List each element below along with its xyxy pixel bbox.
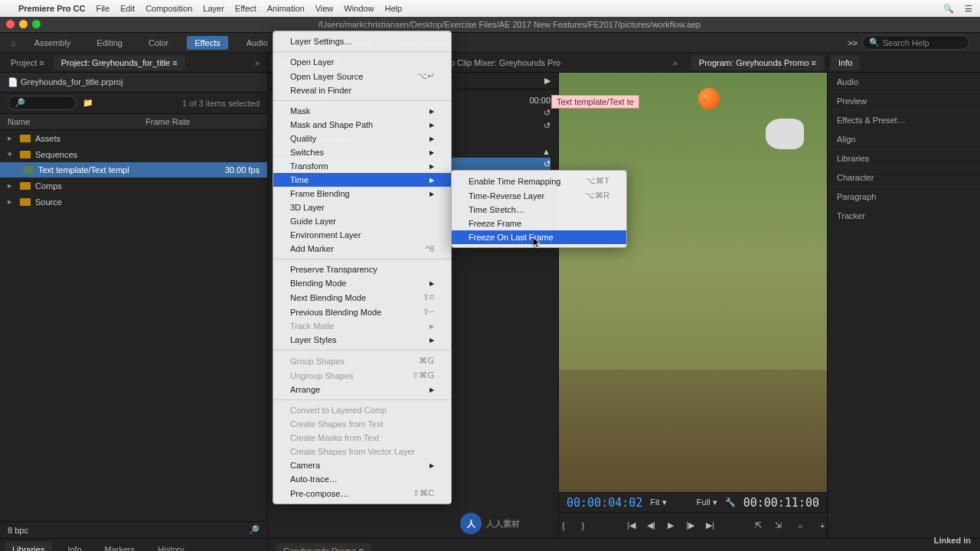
- menu-file[interactable]: File: [96, 4, 109, 13]
- menu-edit[interactable]: Edit: [120, 4, 135, 13]
- mark-in-icon[interactable]: {: [559, 518, 568, 533]
- folder-icon: [20, 151, 31, 158]
- menu-help[interactable]: Help: [384, 4, 402, 13]
- ws-more[interactable]: >>: [848, 38, 858, 47]
- ctx-precompose[interactable]: Pre-compose…⇧⌘C: [273, 486, 451, 500]
- ctx-add-marker[interactable]: Add Marker^8: [273, 242, 451, 256]
- ws-color[interactable]: Color: [141, 36, 176, 50]
- ctx-transform[interactable]: Transform: [273, 159, 451, 173]
- panel-align[interactable]: Align: [828, 130, 980, 149]
- ctx-freeze-last[interactable]: Freeze On Last Frame: [452, 230, 626, 244]
- tab-info[interactable]: Info: [831, 55, 860, 70]
- ctx-next-blend[interactable]: Next Blending Mode⇧=: [273, 290, 451, 305]
- panel-effects-presets[interactable]: Effects & Preset…: [828, 111, 980, 130]
- spotlight-icon[interactable]: 🔍: [943, 4, 954, 14]
- ctx-3d-layer[interactable]: 3D Layer: [273, 201, 451, 214]
- bpc-indicator[interactable]: 8 bpc: [8, 526, 28, 535]
- more-transport-icon[interactable]: »: [793, 521, 807, 530]
- panel-character[interactable]: Character: [828, 168, 980, 187]
- ctx-preserve-trans[interactable]: Preserve Transparency: [273, 262, 451, 276]
- go-start-icon[interactable]: |◀: [627, 518, 636, 533]
- panel-libraries[interactable]: Libraries: [828, 149, 980, 168]
- ctx-time-stretch[interactable]: Time Stretch…: [452, 203, 626, 217]
- ctx-open-layer[interactable]: Open Layer: [273, 55, 451, 69]
- ctx-guide-layer[interactable]: Guide Layer: [273, 214, 451, 228]
- panel-audio[interactable]: Audio: [828, 73, 980, 92]
- ctx-open-source[interactable]: Open Layer Source⌥↵: [273, 69, 451, 83]
- fit-dropdown[interactable]: Fit ▾: [650, 497, 666, 507]
- col-name[interactable]: Name: [8, 117, 145, 126]
- step-fwd-icon[interactable]: |▶: [686, 518, 695, 533]
- tab-history[interactable]: History: [150, 542, 191, 551]
- menu-composition[interactable]: Composition: [145, 4, 192, 13]
- extract-icon[interactable]: ⇲: [773, 518, 782, 533]
- lift-icon[interactable]: ⇱: [754, 518, 763, 533]
- ws-editing[interactable]: Editing: [89, 36, 130, 50]
- panel-preview[interactable]: Preview: [828, 92, 980, 111]
- project-row-assets[interactable]: ▸Assets: [0, 130, 267, 146]
- ctx-layer-styles[interactable]: Layer Styles: [273, 333, 451, 347]
- col-framerate[interactable]: Frame Rate: [145, 117, 260, 126]
- ctx-auto-trace[interactable]: Auto-trace…: [273, 472, 451, 486]
- menu-effect[interactable]: Effect: [235, 4, 256, 13]
- menu-layer[interactable]: Layer: [203, 4, 224, 13]
- close-window-icon[interactable]: [6, 20, 15, 28]
- menu-list-icon[interactable]: ☰: [965, 4, 972, 14]
- ws-effects[interactable]: Effects: [187, 36, 227, 50]
- ctx-freeze[interactable]: Freeze Frame: [452, 217, 626, 230]
- wrench-icon[interactable]: 🔧: [725, 497, 736, 507]
- panel-menu-icon[interactable]: »: [668, 58, 682, 67]
- ctx-frame-blending[interactable]: Frame Blending: [273, 187, 451, 201]
- ctx-mask-shape[interactable]: Mask and Shape Path: [273, 118, 451, 132]
- menu-view[interactable]: View: [315, 4, 334, 13]
- help-search[interactable]: 🔍 Search Help: [862, 35, 969, 50]
- home-icon[interactable]: ⌂: [11, 38, 16, 47]
- project-row-comps[interactable]: ▸Comps: [0, 178, 267, 194]
- tab-program[interactable]: Program: Greyhounds Promo ≡: [691, 55, 824, 70]
- tab-markers[interactable]: Markers: [97, 542, 143, 551]
- ws-assembly[interactable]: Assembly: [27, 36, 79, 50]
- add-button-icon[interactable]: +: [818, 518, 827, 533]
- ctx-enable-remap[interactable]: Enable Time Remapping⌥⌘T: [452, 174, 626, 188]
- ctx-time-reverse[interactable]: Time-Reverse Layer⌥⌘R: [452, 188, 626, 203]
- ctx-camera[interactable]: Camera: [273, 458, 451, 472]
- ctx-layer-settings[interactable]: Layer Settings…: [273, 34, 451, 48]
- tab-project[interactable]: Project ≡: [3, 55, 52, 70]
- minimize-window-icon[interactable]: [19, 20, 28, 28]
- ctx-blending[interactable]: Blending Mode: [273, 276, 451, 290]
- panel-paragraph[interactable]: Paragraph: [828, 187, 980, 207]
- go-end-icon[interactable]: ▶|: [706, 518, 715, 533]
- mark-out-icon[interactable]: }: [579, 518, 588, 533]
- bin-icon[interactable]: 📁: [83, 98, 93, 108]
- ctx-arrange[interactable]: Arrange: [273, 383, 451, 396]
- menu-window[interactable]: Window: [344, 4, 374, 13]
- panel-menu-icon[interactable]: »: [250, 58, 264, 67]
- tab-project-greyhounds[interactable]: Project: Greyhounds_for_title ≡: [54, 55, 185, 70]
- project-search[interactable]: 🔎: [8, 96, 77, 110]
- ctx-prev-blend[interactable]: Previous Blending Mode⇧−: [273, 305, 451, 319]
- tab-libraries[interactable]: Libraries: [5, 542, 52, 551]
- ctx-switches[interactable]: Switches: [273, 145, 451, 159]
- tab-info2[interactable]: Info: [60, 542, 89, 551]
- play-icon[interactable]: ▶: [666, 518, 675, 533]
- ctx-mask[interactable]: Mask: [273, 104, 451, 118]
- project-row-sequences[interactable]: ▾Sequences: [0, 146, 267, 162]
- program-tc-current[interactable]: 00:00:04:02: [567, 496, 642, 510]
- zoom-window-icon[interactable]: [32, 20, 41, 28]
- workspace-bar: ⌂ Assembly Editing Color Effects Audio T…: [0, 33, 980, 53]
- ctx-quality[interactable]: Quality: [273, 132, 451, 145]
- full-dropdown[interactable]: Full ▾: [697, 497, 717, 507]
- tab-sequence[interactable]: Greyhounds Promo ≡: [276, 543, 371, 551]
- ctx-track-matte[interactable]: Track Matte: [273, 319, 451, 333]
- ctx-env-layer[interactable]: Environment Layer: [273, 228, 451, 242]
- app-name[interactable]: Premiere Pro CC: [18, 4, 85, 13]
- menu-animation[interactable]: Animation: [267, 4, 305, 13]
- panel-tracker[interactable]: Tracker: [828, 207, 980, 226]
- project-row-text-template[interactable]: Text template/Text templ30.00 fps: [0, 162, 267, 178]
- project-row-source[interactable]: ▸Source: [0, 194, 267, 210]
- ctx-time[interactable]: Time Enable Time Remapping⌥⌘T Time-Rever…: [273, 173, 451, 187]
- ctx-reveal[interactable]: Reveal in Finder: [273, 83, 451, 97]
- ws-audio[interactable]: Audio: [239, 36, 276, 50]
- step-back-icon[interactable]: ◀|: [647, 518, 656, 533]
- program-monitor[interactable]: 00:00:04:02 Fit ▾ Full ▾ 🔧 00:00:11:00 {…: [559, 73, 827, 538]
